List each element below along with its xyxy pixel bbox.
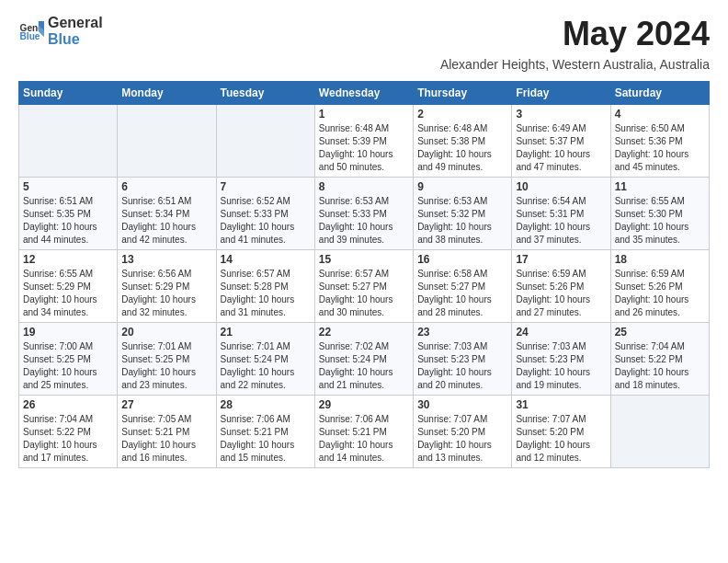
title-block: May 2024 (563, 15, 710, 53)
calendar-cell: 10Sunrise: 6:54 AMSunset: 5:31 PMDayligh… (512, 178, 610, 250)
svg-text:Blue: Blue (20, 31, 40, 41)
calendar-cell (610, 396, 709, 468)
day-info: Sunrise: 6:48 AMSunset: 5:39 PMDaylight:… (319, 122, 409, 174)
page-header: General Blue General Blue May 2024 (18, 15, 710, 53)
calendar-cell: 28Sunrise: 7:06 AMSunset: 5:21 PMDayligh… (216, 396, 314, 468)
calendar-cell: 9Sunrise: 6:53 AMSunset: 5:32 PMDaylight… (414, 178, 512, 250)
logo-text: General Blue (48, 15, 103, 48)
day-number: 4 (615, 108, 705, 121)
day-number: 19 (23, 326, 113, 339)
day-info: Sunrise: 7:02 AMSunset: 5:24 PMDaylight:… (319, 340, 409, 392)
calendar-cell (19, 105, 118, 178)
day-number: 20 (121, 326, 211, 339)
day-info: Sunrise: 6:48 AMSunset: 5:38 PMDaylight:… (417, 122, 507, 174)
calendar-cell: 2Sunrise: 6:48 AMSunset: 5:38 PMDaylight… (414, 105, 512, 178)
day-number: 10 (516, 180, 606, 193)
calendar-cell: 3Sunrise: 6:49 AMSunset: 5:37 PMDaylight… (512, 105, 610, 178)
day-info: Sunrise: 6:53 AMSunset: 5:32 PMDaylight:… (417, 195, 507, 247)
day-info: Sunrise: 6:49 AMSunset: 5:37 PMDaylight:… (516, 122, 606, 174)
day-info: Sunrise: 6:56 AMSunset: 5:29 PMDaylight:… (121, 268, 211, 319)
day-info: Sunrise: 6:54 AMSunset: 5:31 PMDaylight:… (516, 195, 606, 247)
day-info: Sunrise: 6:55 AMSunset: 5:29 PMDaylight:… (23, 268, 113, 319)
day-number: 25 (615, 326, 705, 339)
calendar-cell: 31Sunrise: 7:07 AMSunset: 5:20 PMDayligh… (512, 396, 610, 468)
day-number: 18 (615, 253, 705, 266)
calendar-week-row: 1Sunrise: 6:48 AMSunset: 5:39 PMDaylight… (19, 105, 710, 178)
day-number: 13 (121, 253, 211, 266)
day-number: 23 (417, 326, 507, 339)
calendar-week-row: 26Sunrise: 7:04 AMSunset: 5:22 PMDayligh… (19, 396, 710, 468)
day-info: Sunrise: 7:03 AMSunset: 5:23 PMDaylight:… (417, 340, 507, 392)
calendar-cell: 14Sunrise: 6:57 AMSunset: 5:28 PMDayligh… (216, 250, 314, 323)
day-info: Sunrise: 7:06 AMSunset: 5:21 PMDaylight:… (221, 413, 311, 465)
day-info: Sunrise: 7:03 AMSunset: 5:23 PMDaylight:… (516, 340, 606, 392)
day-info: Sunrise: 6:53 AMSunset: 5:33 PMDaylight:… (319, 195, 409, 247)
day-number: 2 (417, 108, 507, 121)
calendar-cell: 7Sunrise: 6:52 AMSunset: 5:33 PMDaylight… (216, 178, 314, 250)
day-number: 21 (221, 326, 311, 339)
calendar-cell (118, 105, 216, 178)
day-info: Sunrise: 6:59 AMSunset: 5:26 PMDaylight:… (516, 268, 606, 319)
day-number: 1 (319, 108, 409, 121)
day-number: 22 (319, 326, 409, 339)
logo: General Blue General Blue (18, 15, 103, 48)
day-info: Sunrise: 7:06 AMSunset: 5:21 PMDaylight:… (319, 413, 409, 465)
calendar-cell: 6Sunrise: 6:51 AMSunset: 5:34 PMDaylight… (118, 178, 216, 250)
day-number: 29 (319, 398, 409, 411)
day-number: 8 (319, 180, 409, 193)
day-info: Sunrise: 7:04 AMSunset: 5:22 PMDaylight:… (23, 413, 113, 465)
day-info: Sunrise: 7:05 AMSunset: 5:21 PMDaylight:… (121, 413, 211, 465)
calendar-header-monday: Monday (118, 82, 216, 105)
day-number: 5 (23, 180, 113, 193)
day-number: 14 (221, 253, 311, 266)
month-title: May 2024 (563, 15, 710, 53)
calendar-cell: 13Sunrise: 6:56 AMSunset: 5:29 PMDayligh… (118, 250, 216, 323)
day-info: Sunrise: 6:51 AMSunset: 5:35 PMDaylight:… (23, 195, 113, 247)
calendar-header-wednesday: Wednesday (314, 82, 413, 105)
calendar-week-row: 5Sunrise: 6:51 AMSunset: 5:35 PMDaylight… (19, 178, 710, 250)
calendar-cell: 4Sunrise: 6:50 AMSunset: 5:36 PMDaylight… (610, 105, 709, 178)
day-number: 15 (319, 253, 409, 266)
calendar-cell: 1Sunrise: 6:48 AMSunset: 5:39 PMDaylight… (314, 105, 413, 178)
calendar-cell: 27Sunrise: 7:05 AMSunset: 5:21 PMDayligh… (118, 396, 216, 468)
day-info: Sunrise: 6:51 AMSunset: 5:34 PMDaylight:… (121, 195, 211, 247)
calendar-header-friday: Friday (512, 82, 610, 105)
day-number: 7 (221, 180, 311, 193)
day-info: Sunrise: 6:52 AMSunset: 5:33 PMDaylight:… (221, 195, 311, 247)
calendar-header-saturday: Saturday (610, 82, 709, 105)
day-info: Sunrise: 7:04 AMSunset: 5:22 PMDaylight:… (615, 340, 705, 392)
calendar-cell: 30Sunrise: 7:07 AMSunset: 5:20 PMDayligh… (414, 396, 512, 468)
calendar-cell: 19Sunrise: 7:00 AMSunset: 5:25 PMDayligh… (19, 323, 118, 396)
calendar-cell: 8Sunrise: 6:53 AMSunset: 5:33 PMDaylight… (314, 178, 413, 250)
day-number: 12 (23, 253, 113, 266)
day-number: 24 (516, 326, 606, 339)
calendar-week-row: 19Sunrise: 7:00 AMSunset: 5:25 PMDayligh… (19, 323, 710, 396)
day-info: Sunrise: 7:01 AMSunset: 5:25 PMDaylight:… (121, 340, 211, 392)
day-info: Sunrise: 7:07 AMSunset: 5:20 PMDaylight:… (516, 413, 606, 465)
day-number: 30 (417, 398, 507, 411)
calendar-cell (216, 105, 314, 178)
calendar-cell: 11Sunrise: 6:55 AMSunset: 5:30 PMDayligh… (610, 178, 709, 250)
day-info: Sunrise: 6:55 AMSunset: 5:30 PMDaylight:… (615, 195, 705, 247)
day-info: Sunrise: 6:58 AMSunset: 5:27 PMDaylight:… (417, 268, 507, 319)
day-number: 26 (23, 398, 113, 411)
calendar-cell: 16Sunrise: 6:58 AMSunset: 5:27 PMDayligh… (414, 250, 512, 323)
calendar-cell: 26Sunrise: 7:04 AMSunset: 5:22 PMDayligh… (19, 396, 118, 468)
calendar-header-row: SundayMondayTuesdayWednesdayThursdayFrid… (19, 82, 710, 105)
calendar-header-tuesday: Tuesday (216, 82, 314, 105)
day-number: 27 (121, 398, 211, 411)
calendar-table: SundayMondayTuesdayWednesdayThursdayFrid… (18, 81, 710, 468)
calendar-cell: 23Sunrise: 7:03 AMSunset: 5:23 PMDayligh… (414, 323, 512, 396)
calendar-cell: 25Sunrise: 7:04 AMSunset: 5:22 PMDayligh… (610, 323, 709, 396)
calendar-header-thursday: Thursday (414, 82, 512, 105)
calendar-cell: 20Sunrise: 7:01 AMSunset: 5:25 PMDayligh… (118, 323, 216, 396)
day-info: Sunrise: 7:01 AMSunset: 5:24 PMDaylight:… (221, 340, 311, 392)
calendar-cell: 18Sunrise: 6:59 AMSunset: 5:26 PMDayligh… (610, 250, 709, 323)
day-info: Sunrise: 6:57 AMSunset: 5:28 PMDaylight:… (221, 268, 311, 319)
calendar-cell: 29Sunrise: 7:06 AMSunset: 5:21 PMDayligh… (314, 396, 413, 468)
day-number: 9 (417, 180, 507, 193)
day-number: 31 (516, 398, 606, 411)
calendar-cell: 5Sunrise: 6:51 AMSunset: 5:35 PMDaylight… (19, 178, 118, 250)
calendar-cell: 15Sunrise: 6:57 AMSunset: 5:27 PMDayligh… (314, 250, 413, 323)
day-number: 3 (516, 108, 606, 121)
